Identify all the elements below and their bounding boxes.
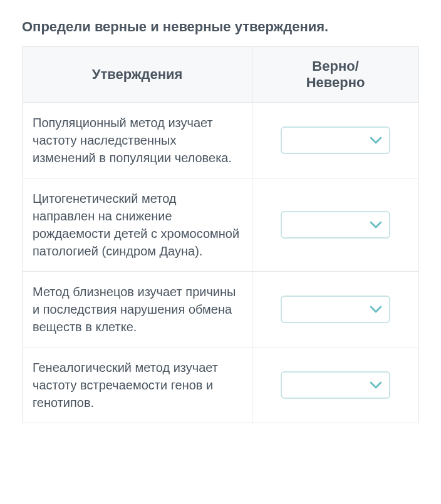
answer-cell [252, 178, 419, 272]
answer-dropdown[interactable] [281, 371, 390, 399]
statements-table: Утверждения Верно/ Неверно Популяционный… [22, 46, 419, 423]
page-title: Определи верные и неверные утверждения. [22, 19, 419, 35]
header-truefalse: Верно/ Неверно [252, 47, 419, 103]
chevron-down-icon [370, 381, 381, 389]
table-row: Популяционный метод изучает частоту насл… [23, 103, 419, 178]
chevron-down-icon [370, 221, 381, 229]
statement-cell: Популяционный метод изучает частоту насл… [23, 103, 252, 178]
answer-dropdown[interactable] [281, 211, 390, 239]
chevron-down-icon [370, 136, 381, 144]
answer-dropdown[interactable] [281, 126, 390, 154]
statement-cell: Метод близнецов изучает причины и послед… [23, 272, 252, 347]
answer-dropdown[interactable] [281, 296, 390, 323]
answer-cell [252, 272, 419, 347]
chevron-down-icon [370, 306, 381, 313]
table-row: Цитогенетический метод направлен на сниж… [23, 178, 419, 272]
table-header-row: Утверждения Верно/ Неверно [23, 47, 419, 103]
table-row: Генеалогический метод изучает частоту вс… [23, 347, 419, 423]
table-row: Метод близнецов изучает причины и послед… [23, 272, 419, 347]
statement-cell: Цитогенетический метод направлен на сниж… [23, 178, 252, 272]
header-statements: Утверждения [23, 47, 252, 103]
answer-cell [252, 347, 419, 423]
answer-cell [252, 103, 419, 178]
statement-cell: Генеалогический метод изучает частоту вс… [23, 347, 252, 423]
